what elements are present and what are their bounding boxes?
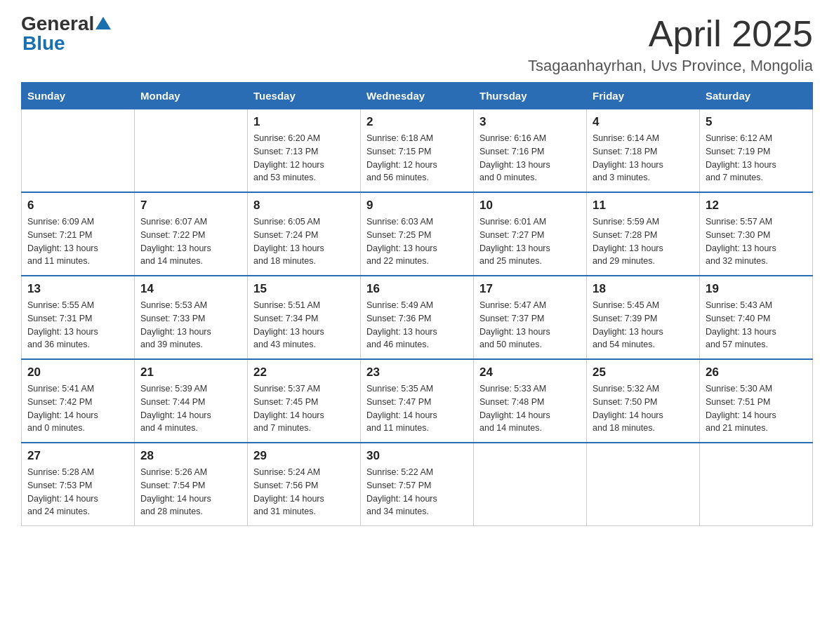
day-info: Sunrise: 5:37 AM Sunset: 7:45 PM Dayligh… [253,382,355,435]
calendar-cell: 10Sunrise: 6:01 AM Sunset: 7:27 PM Dayli… [474,192,587,276]
day-info: Sunrise: 5:28 AM Sunset: 7:53 PM Dayligh… [27,466,128,518]
day-info: Sunrise: 5:59 AM Sunset: 7:28 PM Dayligh… [593,215,694,268]
calendar-cell: 12Sunrise: 5:57 AM Sunset: 7:30 PM Dayli… [700,192,813,276]
day-number: 26 [706,365,807,380]
weekday-header-wednesday: Wednesday [361,83,474,109]
day-number: 24 [479,365,581,380]
calendar-week-row: 1Sunrise: 6:20 AM Sunset: 7:13 PM Daylig… [22,109,813,193]
day-info: Sunrise: 6:12 AM Sunset: 7:19 PM Dayligh… [706,132,807,185]
calendar-week-row: 20Sunrise: 5:41 AM Sunset: 7:42 PM Dayli… [22,359,813,443]
day-number: 29 [253,449,355,463]
day-number: 5 [706,115,807,129]
day-info: Sunrise: 5:39 AM Sunset: 7:44 PM Dayligh… [140,382,241,435]
calendar-cell: 17Sunrise: 5:47 AM Sunset: 7:37 PM Dayli… [474,276,587,359]
day-info: Sunrise: 5:24 AM Sunset: 7:56 PM Dayligh… [253,466,355,518]
svg-marker-0 [95,17,111,29]
calendar-cell: 9Sunrise: 6:03 AM Sunset: 7:25 PM Daylig… [361,192,474,276]
day-info: Sunrise: 5:41 AM Sunset: 7:42 PM Dayligh… [27,382,128,435]
month-title: April 2025 [528,14,813,54]
day-info: Sunrise: 6:16 AM Sunset: 7:16 PM Dayligh… [479,132,581,185]
day-number: 12 [706,199,807,213]
day-info: Sunrise: 5:33 AM Sunset: 7:48 PM Dayligh… [479,382,581,435]
calendar-cell: 25Sunrise: 5:32 AM Sunset: 7:50 PM Dayli… [587,359,700,443]
day-info: Sunrise: 6:09 AM Sunset: 7:21 PM Dayligh… [27,215,128,268]
day-number: 30 [366,449,468,463]
day-number: 20 [27,365,128,380]
page-header: General Blue April 2025 Tsagaanhayrhan, … [21,14,813,75]
calendar-cell: 1Sunrise: 6:20 AM Sunset: 7:13 PM Daylig… [248,109,361,193]
day-info: Sunrise: 5:51 AM Sunset: 7:34 PM Dayligh… [253,299,355,351]
calendar-cell [587,443,700,526]
weekday-header-thursday: Thursday [474,83,587,109]
day-number: 14 [140,282,241,296]
calendar-cell: 20Sunrise: 5:41 AM Sunset: 7:42 PM Dayli… [22,359,135,443]
day-number: 27 [27,449,128,463]
logo-general-text: General [21,14,94,34]
calendar-cell: 16Sunrise: 5:49 AM Sunset: 7:36 PM Dayli… [361,276,474,359]
day-number: 16 [366,282,468,296]
day-info: Sunrise: 5:22 AM Sunset: 7:57 PM Dayligh… [366,466,468,518]
day-number: 21 [140,365,241,380]
day-number: 17 [479,282,581,296]
weekday-header-tuesday: Tuesday [248,83,361,109]
calendar-cell: 15Sunrise: 5:51 AM Sunset: 7:34 PM Dayli… [248,276,361,359]
day-info: Sunrise: 6:18 AM Sunset: 7:15 PM Dayligh… [366,132,468,185]
weekday-header-sunday: Sunday [22,83,135,109]
calendar-table: SundayMondayTuesdayWednesdayThursdayFrid… [21,82,813,526]
day-number: 13 [27,282,128,296]
day-number: 19 [706,282,807,296]
calendar-week-row: 27Sunrise: 5:28 AM Sunset: 7:53 PM Dayli… [22,443,813,526]
location-subtitle: Tsagaanhayrhan, Uvs Province, Mongolia [528,57,813,75]
day-number: 10 [479,199,581,213]
weekday-header-row: SundayMondayTuesdayWednesdayThursdayFrid… [22,83,813,109]
calendar-cell: 7Sunrise: 6:07 AM Sunset: 7:22 PM Daylig… [135,192,248,276]
calendar-cell: 29Sunrise: 5:24 AM Sunset: 7:56 PM Dayli… [248,443,361,526]
day-info: Sunrise: 5:49 AM Sunset: 7:36 PM Dayligh… [366,299,468,351]
day-info: Sunrise: 6:03 AM Sunset: 7:25 PM Dayligh… [366,215,468,268]
calendar-week-row: 6Sunrise: 6:09 AM Sunset: 7:21 PM Daylig… [22,192,813,276]
calendar-cell [700,443,813,526]
day-info: Sunrise: 5:26 AM Sunset: 7:54 PM Dayligh… [140,466,241,518]
day-number: 22 [253,365,355,380]
day-info: Sunrise: 6:07 AM Sunset: 7:22 PM Dayligh… [140,215,241,268]
logo-block: General Blue [21,14,111,53]
day-number: 28 [140,449,241,463]
calendar-cell [22,109,135,193]
calendar-week-row: 13Sunrise: 5:55 AM Sunset: 7:31 PM Dayli… [22,276,813,359]
calendar-cell: 27Sunrise: 5:28 AM Sunset: 7:53 PM Dayli… [22,443,135,526]
calendar-cell: 21Sunrise: 5:39 AM Sunset: 7:44 PM Dayli… [135,359,248,443]
calendar-cell: 2Sunrise: 6:18 AM Sunset: 7:15 PM Daylig… [361,109,474,193]
calendar-cell: 23Sunrise: 5:35 AM Sunset: 7:47 PM Dayli… [361,359,474,443]
day-number: 23 [366,365,468,380]
weekday-header-monday: Monday [135,83,248,109]
day-number: 3 [479,115,581,129]
day-info: Sunrise: 5:35 AM Sunset: 7:47 PM Dayligh… [366,382,468,435]
day-info: Sunrise: 5:30 AM Sunset: 7:51 PM Dayligh… [706,382,807,435]
calendar-cell: 24Sunrise: 5:33 AM Sunset: 7:48 PM Dayli… [474,359,587,443]
day-info: Sunrise: 5:55 AM Sunset: 7:31 PM Dayligh… [27,299,128,351]
day-info: Sunrise: 5:45 AM Sunset: 7:39 PM Dayligh… [593,299,694,351]
calendar-cell: 18Sunrise: 5:45 AM Sunset: 7:39 PM Dayli… [587,276,700,359]
day-info: Sunrise: 6:20 AM Sunset: 7:13 PM Dayligh… [253,132,355,185]
day-number: 9 [366,199,468,213]
day-info: Sunrise: 5:43 AM Sunset: 7:40 PM Dayligh… [706,299,807,351]
day-number: 7 [140,199,241,213]
calendar-cell: 26Sunrise: 5:30 AM Sunset: 7:51 PM Dayli… [700,359,813,443]
day-info: Sunrise: 5:47 AM Sunset: 7:37 PM Dayligh… [479,299,581,351]
calendar-cell: 8Sunrise: 6:05 AM Sunset: 7:24 PM Daylig… [248,192,361,276]
title-block: April 2025 Tsagaanhayrhan, Uvs Province,… [528,14,813,75]
day-info: Sunrise: 6:05 AM Sunset: 7:24 PM Dayligh… [253,215,355,268]
calendar-cell: 19Sunrise: 5:43 AM Sunset: 7:40 PM Dayli… [700,276,813,359]
weekday-header-saturday: Saturday [700,83,813,109]
day-info: Sunrise: 5:57 AM Sunset: 7:30 PM Dayligh… [706,215,807,268]
day-info: Sunrise: 6:14 AM Sunset: 7:18 PM Dayligh… [593,132,694,185]
calendar-cell [135,109,248,193]
day-info: Sunrise: 5:32 AM Sunset: 7:50 PM Dayligh… [593,382,694,435]
day-number: 25 [593,365,694,380]
logo: General Blue [21,14,111,53]
logo-blue-text: Blue [22,32,65,54]
day-number: 2 [366,115,468,129]
calendar-cell: 22Sunrise: 5:37 AM Sunset: 7:45 PM Dayli… [248,359,361,443]
calendar-cell: 6Sunrise: 6:09 AM Sunset: 7:21 PM Daylig… [22,192,135,276]
calendar-cell: 4Sunrise: 6:14 AM Sunset: 7:18 PM Daylig… [587,109,700,193]
